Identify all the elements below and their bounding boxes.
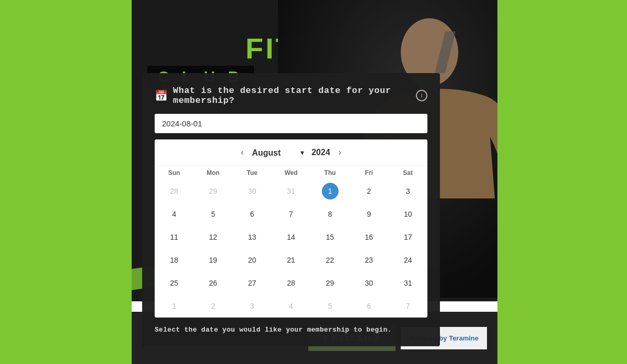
calendar-day[interactable]: 13 bbox=[243, 229, 260, 245]
calendar-day[interactable]: 30 bbox=[243, 183, 260, 199]
calendar-day-cell: 1 bbox=[155, 295, 194, 318]
calendar-day[interactable]: 3 bbox=[243, 298, 260, 314]
calendar-day[interactable]: 21 bbox=[283, 252, 299, 268]
calendar-day-cell: 21 bbox=[272, 249, 311, 272]
calendar-day-cell: 16 bbox=[350, 226, 389, 249]
weekday-sat: Sat bbox=[388, 166, 427, 180]
calendar-day[interactable]: 28 bbox=[283, 275, 299, 291]
calendar-month-select[interactable]: August January February March April May … bbox=[252, 148, 295, 157]
calendar-day[interactable]: 16 bbox=[361, 229, 377, 245]
calendar-day-cell: 22 bbox=[310, 249, 350, 272]
calendar-day-cell: 30 bbox=[350, 272, 389, 295]
calendar-hint: Select the date you would like your memb… bbox=[155, 326, 427, 334]
calendar-day[interactable]: 27 bbox=[243, 275, 260, 291]
calendar-widget: ‹ August January February March April Ma… bbox=[155, 139, 427, 318]
calendar-day-cell: 4 bbox=[272, 295, 311, 318]
calendar-prev-button[interactable]: ‹ bbox=[237, 146, 248, 159]
calendar-day[interactable]: 9 bbox=[361, 206, 377, 222]
calendar-day-cell: 3 bbox=[388, 180, 427, 203]
calendar-day-cell: 26 bbox=[194, 272, 233, 295]
calendar-header: ‹ August January February March April Ma… bbox=[155, 139, 427, 166]
svg-marker-0 bbox=[435, 31, 456, 73]
calendar-year: 2024 bbox=[311, 148, 330, 157]
calendar-day[interactable]: 28 bbox=[166, 183, 182, 199]
calendar-day[interactable]: 1 bbox=[166, 298, 182, 314]
weekday-thu: Thu bbox=[310, 166, 350, 180]
calendar-day[interactable]: 19 bbox=[205, 252, 222, 268]
calendar-next-button[interactable]: › bbox=[334, 146, 345, 159]
calendar-day[interactable]: 1 bbox=[322, 183, 339, 199]
form-title-row: 📅 What is the desired start date for you… bbox=[155, 86, 427, 105]
calendar-day-cell: 9 bbox=[350, 203, 389, 226]
calendar-day[interactable]: 2 bbox=[205, 298, 222, 314]
weekday-fri: Fri bbox=[350, 166, 389, 180]
calendar-days-grid: 2829303112345678910111213141516171819202… bbox=[155, 180, 427, 318]
calendar-day-cell: 15 bbox=[310, 226, 350, 249]
calendar-day[interactable]: 25 bbox=[166, 275, 182, 291]
calendar-day[interactable]: 17 bbox=[400, 229, 416, 245]
calendar-day[interactable]: 5 bbox=[322, 298, 339, 314]
main-container: FITNESS C L U B bbox=[132, 0, 497, 364]
calendar-day[interactable]: 10 bbox=[400, 206, 416, 222]
calendar-day-cell: 18 bbox=[155, 249, 194, 272]
weekday-tue: Tue bbox=[233, 166, 272, 180]
right-green-panel bbox=[497, 0, 627, 364]
calendar-day[interactable]: 11 bbox=[166, 229, 182, 245]
calendar-day[interactable]: 31 bbox=[400, 275, 416, 291]
calendar-day[interactable]: 12 bbox=[205, 229, 222, 245]
calendar-day-cell: 17 bbox=[388, 226, 427, 249]
calendar-day-cell: 28 bbox=[155, 180, 194, 203]
calendar-day-cell: 2 bbox=[350, 180, 389, 203]
calendar-day-cell: 6 bbox=[350, 295, 389, 318]
calendar-day-cell: 29 bbox=[194, 180, 233, 203]
calendar-day[interactable]: 5 bbox=[205, 206, 222, 222]
calendar-day[interactable]: 22 bbox=[322, 252, 339, 268]
calendar-day[interactable]: 31 bbox=[283, 183, 299, 199]
calendar-day[interactable]: 29 bbox=[205, 183, 222, 199]
calendar-day[interactable]: 7 bbox=[400, 298, 416, 314]
calendar-day[interactable]: 23 bbox=[361, 252, 377, 268]
calendar-day[interactable]: 26 bbox=[205, 275, 222, 291]
calendar-day[interactable]: 4 bbox=[283, 298, 299, 314]
calendar-day[interactable]: 30 bbox=[361, 275, 377, 291]
weekday-mon: Mon bbox=[194, 166, 233, 180]
calendar-day[interactable]: 6 bbox=[243, 206, 260, 222]
calendar-day-cell: 12 bbox=[194, 226, 233, 249]
weekday-sun: Sun bbox=[155, 166, 194, 180]
calendar-day[interactable]: 3 bbox=[400, 183, 416, 199]
calendar-day-cell: 6 bbox=[233, 203, 272, 226]
calendar-day-cell: 28 bbox=[272, 272, 311, 295]
calendar-day[interactable]: 4 bbox=[166, 206, 182, 222]
calendar-day-cell: 31 bbox=[388, 272, 427, 295]
calendar-day[interactable]: 6 bbox=[361, 298, 377, 314]
info-icon[interactable]: i bbox=[416, 90, 427, 101]
calendar-day-cell: 8 bbox=[310, 203, 350, 226]
calendar-day-cell: 19 bbox=[194, 249, 233, 272]
calendar-day-cell: 1 bbox=[310, 180, 350, 203]
calendar-day-cell: 5 bbox=[310, 295, 350, 318]
calendar-day[interactable]: 7 bbox=[283, 206, 299, 222]
calendar-weekdays: Sun Mon Tue Wed Thu Fri Sat bbox=[155, 166, 427, 180]
calendar-day-cell: 10 bbox=[388, 203, 427, 226]
calendar-day-cell: 11 bbox=[155, 226, 194, 249]
calendar-day[interactable]: 15 bbox=[322, 229, 339, 245]
calendar-day[interactable]: 2 bbox=[361, 183, 377, 199]
brand-name: Teramine bbox=[449, 334, 479, 342]
calendar-day[interactable]: 24 bbox=[400, 252, 416, 268]
calendar-day[interactable]: 14 bbox=[283, 229, 299, 245]
calendar-day[interactable]: 8 bbox=[322, 206, 339, 222]
left-green-panel bbox=[0, 0, 132, 364]
calendar-day-cell: 4 bbox=[155, 203, 194, 226]
calendar-day-cell: 3 bbox=[233, 295, 272, 318]
slash-decoration bbox=[435, 31, 466, 75]
weekday-wed: Wed bbox=[272, 166, 311, 180]
calendar-day-cell: 2 bbox=[194, 295, 233, 318]
date-input[interactable] bbox=[155, 114, 427, 133]
calendar-day[interactable]: 18 bbox=[166, 252, 182, 268]
calendar-day-cell: 29 bbox=[310, 272, 350, 295]
calendar-day[interactable]: 20 bbox=[243, 252, 260, 268]
calendar-day-cell: 24 bbox=[388, 249, 427, 272]
calendar-day-cell: 31 bbox=[272, 180, 311, 203]
calendar-day[interactable]: 29 bbox=[322, 275, 339, 291]
calendar-icon: 📅 bbox=[155, 89, 168, 102]
